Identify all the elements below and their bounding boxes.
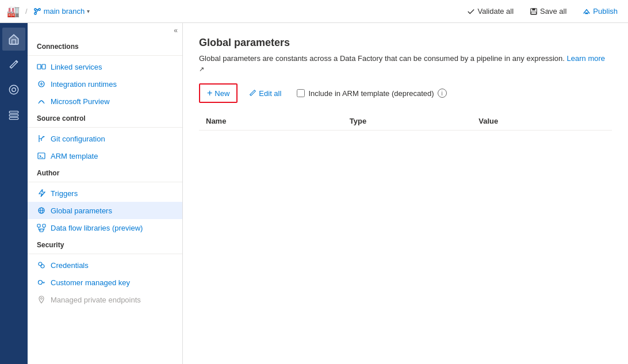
git-icon — [37, 134, 46, 143]
arm-template-checkbox[interactable] — [297, 89, 305, 97]
info-icon[interactable]: i — [438, 89, 447, 98]
main-area: « Connections Linked services Integratio… — [0, 23, 628, 364]
page-title: Global parameters — [199, 37, 612, 49]
integration-runtimes-label: Integration runtimes — [51, 80, 117, 89]
sidebar-item-triggers[interactable]: Triggers — [28, 185, 182, 202]
git-config-label: Git configuration — [51, 135, 105, 143]
save-label: Save all — [540, 7, 566, 16]
purview-label: Microsoft Purview — [51, 97, 110, 106]
learn-more-link[interactable]: Learn more — [567, 54, 605, 63]
home-nav-item[interactable] — [2, 28, 25, 51]
svg-rect-15 — [9, 117, 18, 119]
credentials-icon — [37, 260, 46, 270]
dataflow-icon — [37, 223, 46, 232]
managed-private-endpoints-label: Managed private endpoints — [51, 296, 141, 304]
branch-selector[interactable]: main branch ▾ — [33, 7, 90, 16]
breadcrumb-sep: / — [25, 7, 28, 16]
arm-template-icon — [37, 151, 46, 160]
new-button[interactable]: + New — [199, 83, 238, 103]
svg-point-35 — [41, 298, 43, 300]
svg-rect-25 — [43, 224, 45, 227]
customer-managed-key-label: Customer managed key — [51, 278, 130, 287]
svg-point-1 — [38, 8, 40, 10]
sidebar-item-linked-services[interactable]: Linked services — [28, 58, 182, 75]
linked-services-label: Linked services — [51, 63, 102, 71]
validate-all-button[interactable]: Validate all — [464, 5, 517, 18]
private-endpoints-icon — [37, 295, 46, 304]
validate-icon — [467, 7, 475, 16]
triggers-label: Triggers — [51, 189, 78, 198]
svg-rect-16 — [37, 64, 41, 69]
branch-chevron: ▾ — [87, 8, 90, 14]
arm-template-label: ARM template — [51, 152, 98, 160]
sidebar-collapse-button[interactable]: « — [28, 23, 182, 38]
dataflow-libraries-label: Data flow libraries (preview) — [51, 224, 143, 232]
svg-rect-13 — [9, 111, 18, 113]
svg-rect-7 — [532, 8, 535, 10]
description-text: Global parameters are constants across a… — [199, 54, 565, 63]
svg-line-33 — [41, 265, 42, 266]
edit-all-label: Edit all — [259, 89, 281, 98]
publish-icon — [583, 7, 591, 16]
linked-services-icon — [37, 62, 46, 71]
icon-bar — [0, 23, 28, 364]
sidebar-item-dataflow-libraries[interactable]: Data flow libraries (preview) — [28, 219, 182, 236]
toolbar: + New Edit all Include in ARM template (… — [199, 83, 612, 103]
global-params-icon — [37, 206, 46, 215]
sidebar-item-arm-template[interactable]: ARM template — [28, 147, 182, 164]
save-all-button[interactable]: Save all — [526, 5, 570, 18]
save-icon — [530, 7, 538, 16]
source-control-section-label: Source control — [28, 110, 182, 125]
svg-rect-24 — [37, 224, 40, 227]
sidebar-item-credentials[interactable]: Credentials — [28, 256, 182, 274]
credentials-label: Credentials — [51, 261, 89, 270]
svg-rect-17 — [42, 64, 45, 69]
svg-rect-14 — [9, 114, 18, 116]
sidebar: « Connections Linked services Integratio… — [28, 23, 183, 364]
svg-point-11 — [9, 85, 18, 94]
author-section-label: Author — [28, 164, 182, 179]
col-name: Name — [199, 112, 343, 131]
publish-button[interactable]: Publish — [579, 5, 621, 18]
svg-point-12 — [12, 88, 16, 92]
manage-nav-item[interactable] — [2, 104, 25, 127]
arm-template-checkbox-area: Include in ARM template (deprecated) i — [297, 89, 446, 98]
content-description: Global parameters are constants across a… — [199, 53, 612, 74]
security-section-label: Security — [28, 236, 182, 251]
author-nav-item[interactable] — [2, 53, 25, 76]
key-icon — [37, 278, 46, 287]
sidebar-item-managed-private-endpoints: Managed private endpoints — [28, 291, 182, 308]
purview-icon — [37, 97, 46, 106]
external-link-icon: ↗ — [199, 66, 204, 72]
collapse-icon: « — [174, 26, 178, 35]
sidebar-item-microsoft-purview[interactable]: Microsoft Purview — [28, 93, 182, 110]
svg-rect-9 — [585, 12, 588, 14]
col-value: Value — [472, 112, 612, 131]
branch-label: main branch — [44, 7, 85, 16]
sidebar-item-global-parameters[interactable]: Global parameters — [28, 202, 182, 219]
connections-section-label: Connections — [28, 38, 182, 53]
integration-runtimes-icon — [37, 79, 46, 89]
col-type: Type — [343, 112, 472, 131]
svg-rect-8 — [531, 12, 537, 14]
sidebar-item-git-configuration[interactable]: Git configuration — [28, 130, 182, 147]
sidebar-item-integration-runtimes[interactable]: Integration runtimes — [28, 75, 182, 93]
monitor-nav-item[interactable] — [2, 78, 25, 101]
global-parameters-label: Global parameters — [51, 206, 112, 215]
edit-all-button[interactable]: Edit all — [242, 85, 288, 102]
publish-label: Publish — [593, 7, 618, 16]
sidebar-item-customer-managed-key[interactable]: Customer managed key — [28, 274, 182, 291]
params-table: Name Type Value — [199, 112, 612, 131]
factory-icon: 🏭 — [7, 5, 20, 18]
topbar-actions: Validate all Save all Publish — [464, 5, 621, 18]
branch-icon — [33, 7, 41, 16]
svg-point-2 — [34, 12, 36, 14]
content-area: Global parameters Global parameters are … — [183, 23, 628, 364]
svg-point-0 — [34, 8, 36, 10]
svg-point-34 — [39, 281, 43, 285]
validate-label: Validate all — [477, 7, 514, 16]
triggers-icon — [37, 189, 46, 198]
arm-template-checkbox-label[interactable]: Include in ARM template (deprecated) — [308, 89, 434, 98]
topbar: 🏭 / main branch ▾ Validate all Sav — [0, 0, 628, 23]
new-button-label: New — [215, 89, 229, 98]
